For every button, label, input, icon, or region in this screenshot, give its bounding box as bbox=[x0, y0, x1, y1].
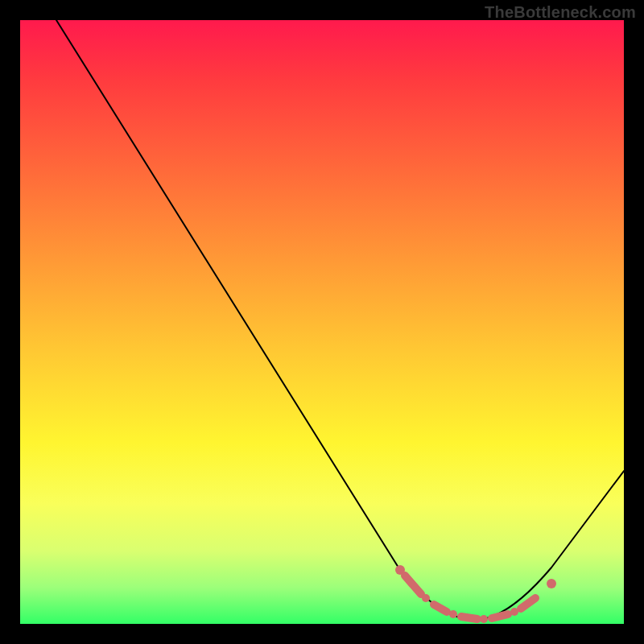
bottleneck-curve bbox=[20, 20, 624, 624]
marker-dash bbox=[492, 614, 508, 618]
marker-dot bbox=[395, 565, 405, 575]
marker-dash bbox=[461, 617, 477, 619]
marker-dot bbox=[547, 579, 556, 588]
watermark-text: TheBottleneck.com bbox=[485, 3, 636, 22]
marker-dot bbox=[449, 610, 457, 618]
marker-dot bbox=[422, 594, 430, 602]
marker-dash bbox=[405, 576, 421, 594]
marker-dot bbox=[510, 608, 518, 616]
marker-dash bbox=[434, 605, 447, 612]
marker-dot bbox=[480, 615, 488, 623]
marker-dash bbox=[521, 598, 535, 609]
chart-frame: TheBottleneck.com bbox=[0, 0, 644, 644]
curve-path bbox=[56, 20, 624, 620]
marker-group bbox=[395, 565, 556, 623]
plot-area bbox=[20, 20, 624, 624]
